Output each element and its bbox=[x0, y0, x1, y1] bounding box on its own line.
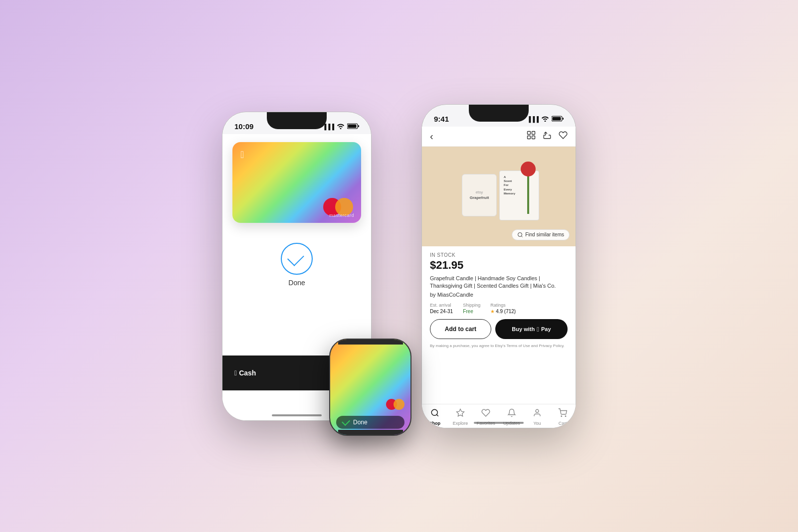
shipping-label: Shipping bbox=[463, 303, 480, 308]
phone-notch-left bbox=[267, 112, 327, 129]
done-label: Done bbox=[288, 279, 305, 287]
product-candle: etsy Grapefruit bbox=[462, 174, 497, 216]
svg-point-11 bbox=[431, 409, 437, 415]
signal-icon-right: ▐▐▐ bbox=[527, 116, 539, 122]
product-price: $21.95 bbox=[430, 259, 568, 272]
updates-icon bbox=[507, 408, 516, 420]
meta-arrival: Est. arrival Dec 24-31 bbox=[430, 303, 453, 314]
check-mark-icon bbox=[287, 249, 304, 266]
apple-watch: Done bbox=[329, 339, 411, 436]
share-icon[interactable] bbox=[543, 131, 552, 142]
status-icons-left: ▐▐▐ bbox=[323, 123, 359, 130]
pay-label: Pay bbox=[541, 326, 551, 332]
check-circle bbox=[281, 243, 313, 275]
home-indicator-right bbox=[474, 422, 524, 424]
product-flower bbox=[521, 162, 536, 214]
done-section: Done bbox=[281, 243, 313, 287]
svg-point-13 bbox=[536, 409, 539, 412]
wifi-icon-right bbox=[541, 116, 549, 123]
find-similar-button[interactable]: Find similar items bbox=[512, 229, 570, 240]
add-to-cart-button[interactable]: Add to cart bbox=[430, 319, 491, 339]
product-info: IN STOCK $21.95 Grapefruit Candle | Hand… bbox=[422, 246, 576, 404]
tab-shop[interactable]: Shop bbox=[422, 408, 447, 426]
svg-rect-7 bbox=[532, 132, 535, 135]
home-indicator-left bbox=[272, 414, 322, 416]
buy-with-label: Buy with bbox=[512, 326, 535, 332]
cart-icon bbox=[558, 408, 567, 420]
apple-logo-icon:  bbox=[234, 369, 237, 377]
find-similar-label: Find similar items bbox=[525, 232, 564, 237]
meta-shipping: Shipping Free bbox=[463, 303, 480, 314]
etsy-screen: ‹ etsy Grapefruit bbox=[422, 127, 576, 428]
left-phone-wrapper: 10:09 ▐▐▐  bbox=[222, 112, 372, 421]
card-apple-logo:  bbox=[240, 149, 353, 161]
svg-rect-1 bbox=[348, 124, 357, 128]
favorites-icon bbox=[481, 408, 490, 420]
back-button[interactable]: ‹ bbox=[430, 131, 433, 142]
time-left: 10:09 bbox=[234, 122, 253, 131]
svg-rect-9 bbox=[528, 136, 531, 139]
product-meta: Est. arrival Dec 24-31 Shipping Free Rat… bbox=[430, 303, 568, 314]
battery-icon-right bbox=[552, 116, 564, 123]
in-stock-label: IN STOCK bbox=[430, 252, 568, 258]
watch-done-bar: Done bbox=[336, 416, 404, 429]
shop-icon bbox=[430, 408, 439, 420]
you-icon bbox=[533, 408, 542, 420]
ratings-value: ★ 4.9 (712) bbox=[490, 309, 516, 314]
meta-ratings: Ratings ★ 4.9 (712) bbox=[490, 303, 516, 314]
phone-notch-right bbox=[469, 105, 529, 122]
ratings-label: Ratings bbox=[490, 303, 516, 308]
watch-done-text: Done bbox=[353, 419, 368, 426]
watch-band-bottom bbox=[338, 430, 403, 436]
svg-marker-12 bbox=[456, 409, 464, 416]
svg-rect-4 bbox=[553, 117, 561, 120]
watch-check-icon bbox=[342, 417, 350, 426]
svg-rect-6 bbox=[528, 132, 531, 135]
watch-mastercard bbox=[386, 399, 404, 414]
explore-icon bbox=[456, 408, 465, 420]
shop-label: Shop bbox=[429, 421, 440, 426]
candle-brand: etsy bbox=[476, 190, 483, 194]
apple-card:  mastercard bbox=[232, 142, 361, 223]
svg-point-14 bbox=[561, 416, 562, 417]
apple-cash-logo:  Cash bbox=[234, 369, 256, 377]
arrival-value: Dec 24-31 bbox=[430, 309, 453, 314]
status-icons-right: ▐▐▐ bbox=[527, 116, 564, 123]
watch-band-top bbox=[338, 339, 403, 345]
you-label: You bbox=[533, 421, 541, 426]
product-image-area: etsy Grapefruit AScentForEveryMemory Fin… bbox=[422, 147, 576, 246]
action-buttons: Add to cart Buy with  Pay bbox=[430, 319, 568, 339]
cart-label: Cart bbox=[559, 421, 567, 426]
svg-point-15 bbox=[566, 416, 567, 417]
tab-you[interactable]: You bbox=[524, 408, 550, 426]
explore-label: Explore bbox=[453, 421, 468, 426]
tab-explore[interactable]: Explore bbox=[447, 408, 473, 426]
star-icon: ★ bbox=[490, 309, 495, 314]
battery-icon-left bbox=[347, 123, 359, 130]
apple-pay-logo:  bbox=[537, 326, 539, 333]
wifi-icon bbox=[337, 123, 345, 130]
candle-label: Grapefruit bbox=[470, 195, 489, 200]
buy-with-apple-pay-button[interactable]: Buy with  Pay bbox=[495, 319, 568, 339]
right-phone: 9:41 ▐▐▐ ‹ bbox=[421, 104, 576, 428]
nav-action-icons bbox=[527, 131, 568, 142]
etsy-nav: ‹ bbox=[422, 127, 576, 147]
tab-cart[interactable]: Cart bbox=[550, 408, 576, 426]
favorite-icon[interactable] bbox=[559, 131, 568, 142]
svg-rect-8 bbox=[532, 136, 535, 139]
time-right: 9:41 bbox=[434, 115, 449, 123]
product-title: Grapefruit Candle | Handmade Soy Candles… bbox=[430, 275, 568, 290]
svg-rect-5 bbox=[563, 118, 564, 120]
svg-point-10 bbox=[518, 232, 522, 236]
arrival-label: Est. arrival bbox=[430, 303, 453, 308]
shipping-value: Free bbox=[463, 309, 480, 314]
apple-watch-wrapper: Done bbox=[329, 339, 411, 436]
watch-crown bbox=[410, 380, 411, 394]
ar-icon[interactable] bbox=[527, 131, 536, 142]
watch-screen: Done bbox=[330, 340, 410, 435]
etsy-tabbar: Shop Explore Favorites bbox=[422, 404, 576, 428]
flower-stem bbox=[527, 174, 529, 214]
terms-text: By making a purchase, you agree to Etsy'… bbox=[430, 343, 568, 349]
product-seller: by MiasCoCandle bbox=[430, 292, 568, 298]
main-scene: 10:09 ▐▐▐  bbox=[222, 104, 576, 428]
